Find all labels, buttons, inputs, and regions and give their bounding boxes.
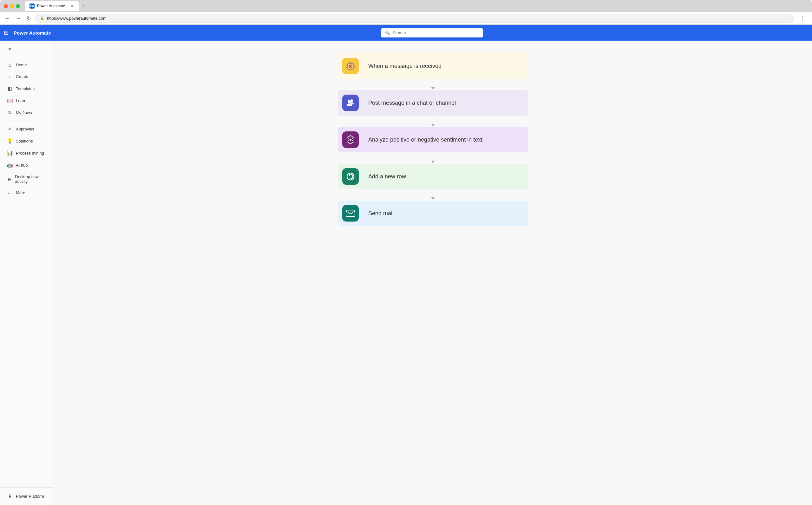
browser-tabs: PA Power Automate ✕ + bbox=[25, 1, 88, 11]
arrow-line-4 bbox=[433, 190, 433, 197]
teams-icon bbox=[346, 98, 355, 108]
sidebar-item-home[interactable]: ⌂ Home bbox=[1, 59, 52, 70]
flow-arrow-1 bbox=[431, 79, 435, 90]
trigger-emoji: 🐵 bbox=[345, 61, 356, 71]
flow-block-icon-add-row bbox=[338, 164, 363, 189]
sidebar-item-power-platform[interactable]: Power Platform bbox=[1, 490, 52, 502]
svg-point-1 bbox=[350, 99, 353, 102]
svg-point-5 bbox=[348, 138, 349, 139]
sidebar-label-templates: Templates bbox=[16, 86, 35, 91]
tab-close-button[interactable]: ✕ bbox=[69, 3, 74, 9]
tab-title: Power Automate bbox=[37, 4, 65, 8]
sidebar-item-more[interactable]: ··· More bbox=[1, 187, 52, 198]
svg-point-8 bbox=[352, 140, 353, 141]
sidebar: ≡ ⌂ Home + Create ◧ Templates 📖 Learn ↻ … bbox=[0, 41, 54, 505]
sidebar-item-process-mining[interactable]: 📊 Process mining bbox=[1, 147, 52, 159]
svg-point-4 bbox=[349, 139, 351, 141]
traffic-lights bbox=[4, 4, 20, 8]
sidebar-item-desktop-flow-activity[interactable]: 🖥 Desktop flow activity bbox=[1, 171, 52, 187]
flow-block-sentiment[interactable]: Analyze positive or negative sentiment i… bbox=[338, 127, 528, 152]
lock-icon: 🔒 bbox=[40, 16, 44, 20]
add-row-icon bbox=[346, 172, 355, 181]
flow-block-label-send-mail: Send mail bbox=[363, 210, 399, 217]
search-icon: 🔍 bbox=[385, 30, 390, 35]
svg-rect-11 bbox=[346, 210, 355, 216]
sidebar-item-learn[interactable]: 📖 Learn bbox=[1, 95, 52, 106]
main-body: ≡ ⌂ Home + Create ◧ Templates 📖 Learn ↻ … bbox=[0, 41, 812, 505]
ai-sentiment-icon bbox=[346, 135, 355, 144]
sidebar-item-solutions[interactable]: 💡 Solutions bbox=[1, 135, 52, 147]
tab-favicon: PA bbox=[29, 3, 35, 9]
address-bar[interactable]: 🔒 https://www.powerautomate.com bbox=[35, 14, 794, 23]
sidebar-label-home: Home bbox=[16, 62, 27, 67]
arrow-line-3 bbox=[433, 153, 433, 161]
process-mining-icon: 📊 bbox=[7, 150, 13, 156]
svg-marker-10 bbox=[349, 174, 350, 176]
sidebar-item-ai-hub[interactable]: 🤖 AI hub bbox=[1, 159, 52, 171]
arrow-head-2 bbox=[431, 124, 435, 126]
minimize-traffic-light[interactable] bbox=[10, 4, 14, 8]
send-mail-icon-bg bbox=[342, 205, 359, 221]
browser-tab-active[interactable]: PA Power Automate ✕ bbox=[25, 1, 79, 11]
flow-block-post-message[interactable]: Post message in a chat or channel bbox=[338, 90, 528, 116]
flow-block-icon-sentiment bbox=[338, 127, 363, 152]
browser-addressbar: ← → ↻ 🔒 https://www.powerautomate.com ⋮ bbox=[0, 12, 812, 25]
arrow-head-4 bbox=[431, 197, 435, 200]
browser-menu-button[interactable]: ⋮ bbox=[797, 14, 808, 23]
sidebar-item-templates[interactable]: ◧ Templates bbox=[1, 83, 52, 94]
flow-block-label-add-row: Add a new row bbox=[363, 173, 411, 180]
new-tab-button[interactable]: + bbox=[80, 2, 88, 11]
flow-block-label-sentiment: Analyze positive or negative sentiment i… bbox=[363, 137, 488, 143]
home-icon: ⌂ bbox=[7, 62, 13, 67]
sidebar-item-hamburger[interactable]: ≡ bbox=[1, 43, 52, 54]
post-message-icon-bg bbox=[342, 95, 359, 111]
forward-button[interactable]: → bbox=[15, 14, 22, 22]
flow-block-trigger[interactable]: 🐵 When a message is received bbox=[338, 53, 528, 79]
flow-container: 🐵 When a message is received bbox=[338, 53, 528, 226]
sidebar-label-my-flows: My flows bbox=[16, 111, 32, 115]
flow-arrow-2 bbox=[431, 116, 435, 127]
arrow-head-1 bbox=[431, 87, 435, 90]
approvals-icon: ✔ bbox=[7, 126, 13, 132]
svg-point-6 bbox=[352, 138, 353, 139]
maximize-traffic-light[interactable] bbox=[16, 4, 20, 8]
browser-titlebar: PA Power Automate ✕ + bbox=[0, 0, 812, 12]
flow-block-send-mail[interactable]: Send mail bbox=[338, 201, 528, 226]
trigger-icon-bg: 🐵 bbox=[342, 58, 359, 74]
sidebar-item-my-flows[interactable]: ↻ My flows bbox=[1, 107, 52, 118]
search-input[interactable] bbox=[393, 30, 479, 35]
mail-icon bbox=[346, 210, 355, 217]
arrow-line-2 bbox=[433, 116, 433, 124]
flow-block-icon-post-message bbox=[338, 90, 363, 116]
flow-block-label-trigger: When a message is received bbox=[363, 63, 447, 69]
my-flows-icon: ↻ bbox=[7, 110, 13, 116]
refresh-button[interactable]: ↻ bbox=[25, 14, 32, 22]
svg-point-0 bbox=[9, 496, 11, 498]
desktop-flow-icon: 🖥 bbox=[7, 176, 12, 182]
flow-arrow-4 bbox=[431, 189, 435, 201]
sidebar-label-process-mining: Process mining bbox=[16, 151, 44, 156]
close-traffic-light[interactable] bbox=[4, 4, 8, 8]
sidebar-label-create: Create bbox=[16, 74, 28, 79]
sidebar-label-more: More bbox=[16, 190, 25, 195]
create-icon: + bbox=[7, 74, 13, 79]
browser-chrome: PA Power Automate ✕ + ← → ↻ 🔒 https://ww… bbox=[0, 0, 812, 25]
url-text: https://www.powerautomate.com bbox=[47, 16, 106, 21]
back-button[interactable]: ← bbox=[4, 14, 11, 22]
sidebar-label-solutions: Solutions bbox=[16, 139, 33, 144]
flow-block-add-row[interactable]: Add a new row bbox=[338, 164, 528, 189]
svg-point-7 bbox=[348, 140, 349, 141]
sidebar-item-create[interactable]: + Create bbox=[1, 71, 52, 82]
content-area: 🐵 When a message is received bbox=[54, 41, 812, 505]
sidebar-label-power-platform: Power Platform bbox=[16, 494, 44, 499]
solutions-icon: 💡 bbox=[7, 138, 13, 144]
sidebar-item-approvals[interactable]: ✔ Approvals bbox=[1, 123, 52, 135]
grid-icon[interactable]: ⊞ bbox=[4, 29, 9, 36]
sidebar-label-ai-hub: AI hub bbox=[16, 163, 28, 168]
sidebar-label-desktop-flow: Desktop flow activity bbox=[15, 174, 47, 184]
sidebar-divider-top bbox=[4, 57, 50, 57]
learn-icon: 📖 bbox=[7, 98, 13, 104]
app-container: ⊞ Power Automate 🔍 ≡ ⌂ Home + Create ◧ bbox=[0, 25, 812, 505]
sidebar-footer: Power Platform bbox=[0, 487, 54, 502]
arrow-head-3 bbox=[431, 161, 435, 163]
